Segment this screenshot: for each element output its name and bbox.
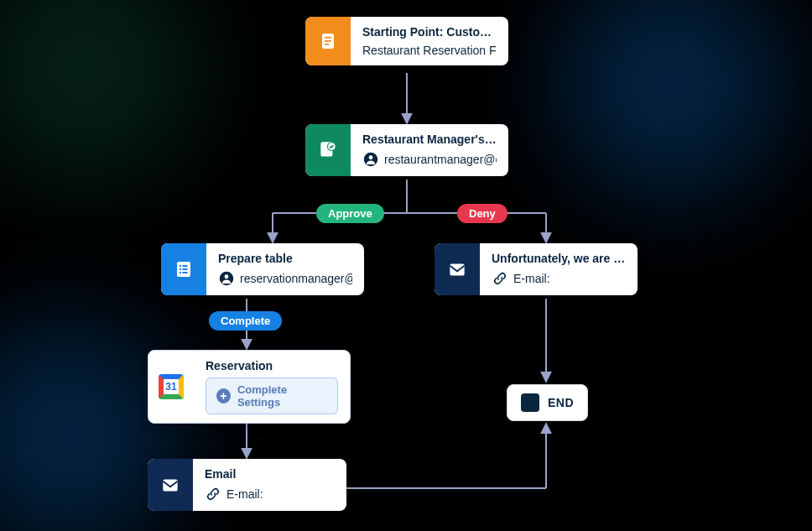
bg-blur-green xyxy=(0,0,201,185)
badge-approve: Approve xyxy=(316,204,384,223)
assignee-text: reservationmanager@... xyxy=(240,272,352,285)
button-label: Complete Settings xyxy=(237,383,327,409)
svg-rect-25 xyxy=(180,272,181,273)
node-starting-point[interactable]: Starting Point: Customer's R... Restaura… xyxy=(305,17,508,65)
person-icon xyxy=(362,151,379,168)
node-reservation[interactable]: 31 Reservation + Complete Settings xyxy=(148,350,351,424)
node-title: Starting Point: Customer's R... xyxy=(362,25,497,39)
node-title: Prepare table xyxy=(218,252,352,265)
svg-rect-13 xyxy=(325,40,331,42)
svg-rect-21 xyxy=(180,265,181,267)
plus-icon: + xyxy=(216,388,231,403)
node-email[interactable]: Email E-mail: xyxy=(148,459,346,511)
complete-settings-button[interactable]: + Complete Settings xyxy=(206,377,338,414)
svg-point-19 xyxy=(369,155,373,159)
checklist-icon xyxy=(161,243,206,295)
node-prepare-table[interactable]: Prepare table reservationmanager@... xyxy=(161,243,364,295)
link-label: E-mail: xyxy=(226,487,263,501)
svg-rect-14 xyxy=(325,44,329,45)
svg-rect-26 xyxy=(183,272,188,273)
link-icon xyxy=(205,486,221,502)
node-end[interactable]: END xyxy=(507,384,588,421)
bg-blur-blue-top xyxy=(554,0,789,201)
node-title: Email xyxy=(205,467,335,481)
envelope-icon xyxy=(148,459,193,511)
svg-rect-22 xyxy=(183,265,188,267)
node-full[interactable]: Unfortunately, we are full. E-mail: xyxy=(435,243,638,295)
assignee-text: restaurantmanager@e... xyxy=(384,153,497,166)
form-icon xyxy=(305,17,351,65)
link-label: E-mail: xyxy=(513,272,550,285)
person-icon xyxy=(218,270,235,287)
svg-rect-12 xyxy=(325,37,331,39)
node-title: Restaurant Manager's Appro... xyxy=(362,133,497,146)
badge-complete: Complete xyxy=(209,311,282,331)
node-title: Unfortunately, we are full. xyxy=(492,252,626,265)
svg-rect-24 xyxy=(183,268,188,270)
svg-point-28 xyxy=(225,274,229,279)
badge-deny: Deny xyxy=(457,204,508,223)
approval-icon xyxy=(305,124,351,176)
end-label: END xyxy=(548,396,574,409)
node-title: Reservation xyxy=(206,359,338,372)
svg-rect-23 xyxy=(180,268,181,270)
node-manager-approval[interactable]: Restaurant Manager's Appro... restaurant… xyxy=(305,124,508,176)
stop-icon xyxy=(521,393,539,412)
link-icon xyxy=(492,270,508,287)
google-calendar-icon: 31 xyxy=(148,351,194,423)
node-subtitle: Restaurant Reservation Fo... xyxy=(362,44,497,57)
envelope-icon xyxy=(435,243,480,295)
